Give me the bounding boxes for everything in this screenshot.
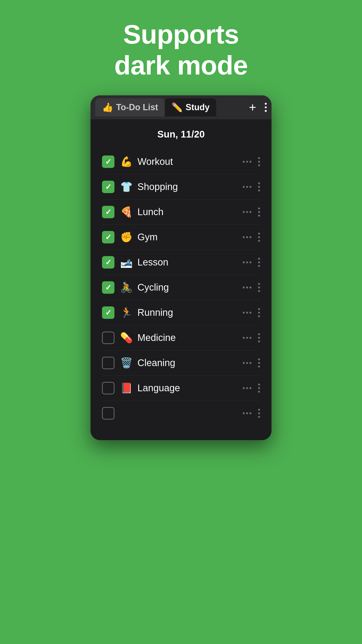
task-actions-medicine <box>243 333 260 342</box>
more-dot-3 <box>265 110 267 112</box>
task-menu-workout[interactable] <box>243 161 251 163</box>
task-label-workout: Workout <box>137 156 243 167</box>
more-dot-1 <box>265 103 267 105</box>
task-emoji-running: 🏃 <box>120 307 133 318</box>
task-item: ✓ 🏃 Running <box>102 300 260 325</box>
add-tab-icon: + <box>249 100 256 114</box>
more-options-button[interactable] <box>265 103 267 112</box>
checkbox-lunch[interactable]: ✓ <box>102 206 114 218</box>
task-actions-lunch <box>243 208 260 216</box>
checkbox-cleaning[interactable] <box>102 357 114 369</box>
task-menu-lesson[interactable] <box>243 262 251 263</box>
task-menu-cleaning[interactable] <box>243 362 251 364</box>
tab-bar-actions: + <box>249 101 267 114</box>
header-title: Supports dark mode <box>114 19 248 81</box>
checkbox-language[interactable] <box>102 382 114 394</box>
header-line2: dark mode <box>114 50 248 80</box>
task-emoji-gym: ✊ <box>120 231 133 243</box>
task-drag-medicine[interactable] <box>258 333 260 342</box>
task-menu-language[interactable] <box>243 387 251 389</box>
task-item: ✓ 💪 Workout <box>102 149 260 174</box>
tab-study[interactable]: ✏️ Study <box>165 98 216 116</box>
task-list: ✓ 💪 Workout ✓ 👕 Sho <box>102 149 260 426</box>
task-drag-language[interactable] <box>258 384 260 393</box>
task-actions-workout <box>243 157 260 166</box>
header-line1: Supports <box>123 20 239 49</box>
task-actions-lesson <box>243 258 260 267</box>
task-actions-cycling <box>243 283 260 292</box>
task-menu-gym[interactable] <box>243 236 251 238</box>
tab-study-label: Study <box>186 102 210 112</box>
task-menu-cycling[interactable] <box>243 286 251 288</box>
task-item: ✓ 🚴 Cycling <box>102 275 260 300</box>
checkbox-cycling[interactable]: ✓ <box>102 281 114 294</box>
task-drag-gym[interactable] <box>258 233 260 242</box>
task-item: 🗑️ Cleaning <box>102 350 260 376</box>
checkmark-lesson: ✓ <box>105 258 112 266</box>
task-drag-shopping[interactable] <box>258 182 260 192</box>
tab-todo-emoji: 👍 <box>102 102 113 112</box>
task-menu-running[interactable] <box>243 312 251 314</box>
task-drag-empty[interactable] <box>258 409 260 418</box>
checkbox-shopping[interactable]: ✓ <box>102 181 114 193</box>
task-actions-running <box>243 308 260 317</box>
task-label-lunch: Lunch <box>137 206 243 217</box>
task-emoji-workout: 💪 <box>120 156 133 168</box>
checkbox-workout[interactable]: ✓ <box>102 156 114 168</box>
task-drag-lesson[interactable] <box>258 258 260 267</box>
task-menu-shopping[interactable] <box>243 186 251 188</box>
task-drag-cleaning[interactable] <box>258 358 260 368</box>
task-actions-gym <box>243 233 260 242</box>
checkbox-medicine[interactable] <box>102 332 114 344</box>
task-label-lesson: Lesson <box>137 257 243 268</box>
task-label-cycling: Cycling <box>137 282 243 293</box>
more-dot-2 <box>265 106 267 108</box>
checkmark-running: ✓ <box>105 309 112 316</box>
checkmark-cycling: ✓ <box>105 284 112 291</box>
content-area: Sun, 11/20 ✓ 💪 Workout <box>90 119 272 440</box>
task-emoji-cleaning: 🗑️ <box>120 357 133 369</box>
task-emoji-lesson: 🎿 <box>120 256 133 268</box>
checkmark-gym: ✓ <box>105 233 112 241</box>
task-actions-shopping <box>243 182 260 192</box>
checkbox-lesson[interactable]: ✓ <box>102 256 114 268</box>
task-item: ✓ 🍕 Lunch <box>102 200 260 225</box>
checkmark-shopping: ✓ <box>105 183 112 191</box>
task-item: ✓ 👕 Shopping <box>102 174 260 200</box>
checkbox-running[interactable]: ✓ <box>102 306 114 319</box>
task-label-shopping: Shopping <box>137 181 243 192</box>
task-drag-cycling[interactable] <box>258 283 260 292</box>
task-item: 💊 Medicine <box>102 325 260 350</box>
tab-todo[interactable]: 👍 To-Do List <box>95 98 165 116</box>
task-emoji-medicine: 💊 <box>120 332 133 344</box>
task-label-medicine: Medicine <box>137 332 243 343</box>
checkmark-workout: ✓ <box>105 158 112 166</box>
task-emoji-cycling: 🚴 <box>120 282 133 293</box>
task-drag-running[interactable] <box>258 308 260 317</box>
task-item: ✓ ✊ Gym <box>102 225 260 250</box>
checkmark-lunch: ✓ <box>105 208 112 216</box>
task-item: 📕 Language <box>102 376 260 401</box>
task-emoji-shopping: 👕 <box>120 181 133 192</box>
task-actions-language <box>243 384 260 393</box>
checkbox-gym[interactable]: ✓ <box>102 231 114 244</box>
task-emoji-language: 📕 <box>120 382 133 394</box>
task-menu-lunch[interactable] <box>243 211 251 213</box>
task-drag-lunch[interactable] <box>258 208 260 216</box>
task-item <box>102 401 260 426</box>
task-menu-empty[interactable] <box>243 412 251 414</box>
add-tab-button[interactable]: + <box>249 101 256 114</box>
date-header: Sun, 11/20 <box>102 129 260 140</box>
task-label-cleaning: Cleaning <box>137 358 243 368</box>
task-item: ✓ 🎿 Lesson <box>102 250 260 275</box>
task-actions-cleaning <box>243 358 260 368</box>
checkbox-empty[interactable] <box>102 407 114 420</box>
task-drag-workout[interactable] <box>258 157 260 166</box>
task-label-running: Running <box>137 307 243 318</box>
app-container: 👍 To-Do List ✏️ Study + Sun, 11/20 <box>90 95 272 440</box>
task-actions-empty <box>243 409 260 418</box>
tab-study-emoji: ✏️ <box>171 102 183 112</box>
task-menu-medicine[interactable] <box>243 337 251 339</box>
task-label-gym: Gym <box>137 232 243 242</box>
tab-todo-label: To-Do List <box>116 102 158 112</box>
